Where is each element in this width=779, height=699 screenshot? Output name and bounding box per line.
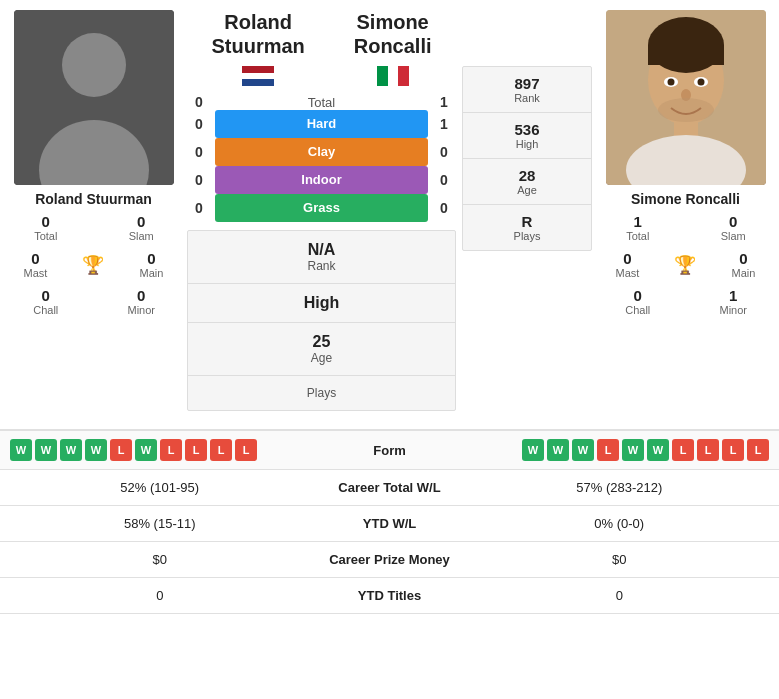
clay-button[interactable]: Clay: [215, 138, 428, 166]
form-badge-right: W: [647, 439, 669, 461]
form-badge-right: L: [747, 439, 769, 461]
hard-score-row: 0 Hard 1: [187, 110, 456, 138]
stat-label: YTD Titles: [310, 588, 470, 603]
left-stat-chall: 0 Chall: [6, 285, 86, 318]
stat-right: 57% (283-212): [470, 480, 770, 495]
left-stat-main: 0 Main: [140, 248, 164, 281]
left-flag: [242, 66, 274, 86]
center-plays: Plays: [188, 376, 455, 410]
stat-right: $0: [470, 552, 770, 567]
stat-row: $0 Career Prize Money $0: [0, 542, 779, 578]
hard-button[interactable]: Hard: [215, 110, 428, 138]
form-badge-left: W: [60, 439, 82, 461]
total-label: Total: [215, 95, 428, 110]
right-high: 536 High: [463, 113, 591, 159]
form-badge-left: W: [135, 439, 157, 461]
svg-rect-6: [648, 45, 724, 65]
stat-left: 52% (101-95): [10, 480, 310, 495]
left-player-photo: [14, 10, 174, 185]
right-stat-chall: 0 Chall: [598, 285, 678, 318]
left-stat-total: 0 Total: [6, 211, 86, 244]
stat-left: $0: [10, 552, 310, 567]
right-player-photo: [606, 10, 766, 185]
form-badges-left: WWWWLWLLLL: [10, 439, 330, 461]
form-badge-left: W: [10, 439, 32, 461]
grass-button[interactable]: Grass: [215, 194, 428, 222]
right-stats-panel: 897 Rank 536 High 28 Age R Plays: [462, 66, 592, 251]
stat-right: 0% (0-0): [470, 516, 770, 531]
form-badge-right: W: [622, 439, 644, 461]
form-badge-right: L: [697, 439, 719, 461]
right-flag: [377, 66, 409, 86]
svg-point-1: [62, 33, 126, 97]
right-plays: R Plays: [463, 205, 591, 250]
right-stat-total: 1 Total: [598, 211, 678, 244]
left-stat-minor: 0 Minor: [102, 285, 182, 318]
right-stat-minor: 1 Minor: [694, 285, 774, 318]
form-badge-right: W: [547, 439, 569, 461]
center-age: 25 Age: [188, 323, 455, 376]
left-center-name: RolandStuurman: [211, 10, 304, 58]
form-badge-right: W: [522, 439, 544, 461]
form-badge-left: L: [185, 439, 207, 461]
right-stat-main: 0 Main: [732, 248, 756, 281]
right-stat-mast: 0 Mast: [616, 248, 640, 281]
form-badge-right: W: [572, 439, 594, 461]
left-stat-mast: 0 Mast: [24, 248, 48, 281]
stat-left: 0: [10, 588, 310, 603]
bottom-section: WWWWLWLLLL Form WWWLWWLLLL 52% (101-95) …: [0, 429, 779, 614]
form-row: WWWWLWLLLL Form WWWLWWLLLL: [0, 431, 779, 470]
form-badge-left: L: [235, 439, 257, 461]
stat-label: Career Total W/L: [310, 480, 470, 495]
trophy-icon-right: 🏆: [674, 254, 696, 276]
stat-row: 52% (101-95) Career Total W/L 57% (283-2…: [0, 470, 779, 506]
form-badge-left: W: [35, 439, 57, 461]
center-column: RolandStuurman SimoneRoncalli 0 Total 1 …: [187, 10, 456, 411]
right-center-name: SimoneRoncalli: [354, 10, 432, 58]
right-player-name: Simone Roncalli: [631, 191, 740, 207]
indoor-button[interactable]: Indoor: [215, 166, 428, 194]
stat-row: 58% (15-11) YTD W/L 0% (0-0): [0, 506, 779, 542]
left-center-panel: N/A Rank High 25 Age Plays: [187, 230, 456, 411]
form-badge-left: L: [110, 439, 132, 461]
form-badge-left: L: [210, 439, 232, 461]
form-badges-right: WWWLWWLLLL: [450, 439, 770, 461]
center-high: High: [188, 284, 455, 323]
right-stat-slam: 0 Slam: [694, 211, 774, 244]
right-age: 28 Age: [463, 159, 591, 205]
stat-right: 0: [470, 588, 770, 603]
right-player-card: Simone Roncalli 1 Total 0 Slam 0 Mast 🏆 …: [598, 10, 773, 318]
stat-label: YTD W/L: [310, 516, 470, 531]
stat-label: Career Prize Money: [310, 552, 470, 567]
clay-score-row: 0 Clay 0: [187, 138, 456, 166]
center-rank: N/A Rank: [188, 231, 455, 284]
grass-score-row: 0 Grass 0: [187, 194, 456, 222]
svg-point-9: [667, 79, 674, 86]
svg-point-14: [658, 98, 714, 122]
stat-left: 58% (15-11): [10, 516, 310, 531]
svg-point-10: [697, 79, 704, 86]
form-badge-right: L: [597, 439, 619, 461]
form-badge-left: W: [85, 439, 107, 461]
stat-row: 0 YTD Titles 0: [0, 578, 779, 614]
indoor-score-row: 0 Indoor 0: [187, 166, 456, 194]
left-stat-slam: 0 Slam: [102, 211, 182, 244]
form-badge-left: L: [160, 439, 182, 461]
form-badge-right: L: [722, 439, 744, 461]
left-player-name: Roland Stuurman: [35, 191, 152, 207]
form-badge-right: L: [672, 439, 694, 461]
right-rank: 897 Rank: [463, 67, 591, 113]
left-player-card: Roland Stuurman 0 Total 0 Slam 0 Mast 🏆 …: [6, 10, 181, 318]
form-label: Form: [330, 443, 450, 458]
total-score-row: 0 Total 1: [187, 94, 456, 110]
trophy-icon-left: 🏆: [82, 254, 104, 276]
